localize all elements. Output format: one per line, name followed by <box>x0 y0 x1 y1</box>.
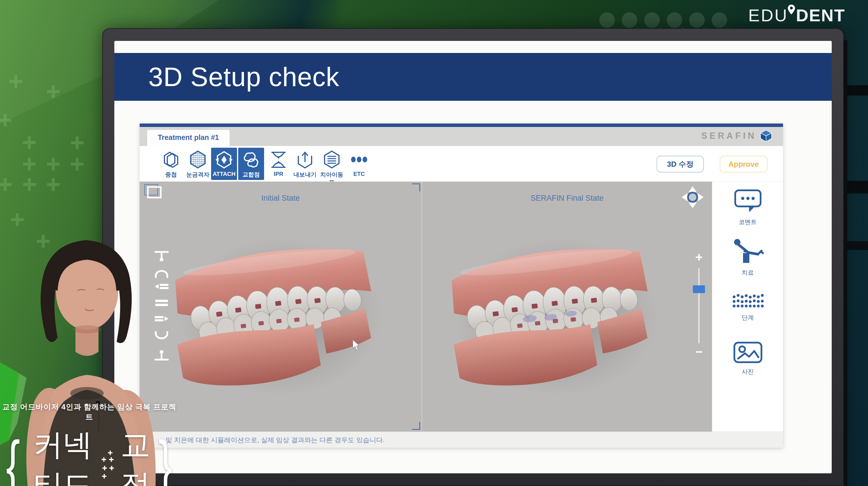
toolbar-label: ATTACH <box>211 171 237 177</box>
attach-icon <box>215 151 233 169</box>
toolbar-button-grid[interactable]: 눈금격자 <box>185 148 211 180</box>
toolbar-button-occlusion[interactable]: 교합점 <box>238 148 264 180</box>
sidebar-item-treatment[interactable]: 치료 <box>712 238 783 277</box>
app-footer: 및 치은에 대한 시뮬레이션으로, 실제 임상 결과와는 다른 경우도 있습니다… <box>140 431 783 448</box>
monitor: 3D Setup check Treatment plan #1 SERAFIN <box>102 28 844 486</box>
3d-viewer[interactable]: Initial State SERAFIN Final State <box>140 182 712 431</box>
tab-treatment-plan[interactable]: Treatment plan #1 <box>147 130 229 147</box>
sidebar-item-label: 치료 <box>712 269 783 277</box>
toolbar-button-tooth-movement[interactable]: 치아이동표 <box>319 148 345 180</box>
serafin-logo: SERAFIN <box>701 129 773 142</box>
toolbar-label: 내보내기 <box>292 171 318 179</box>
toolbar-button-attach[interactable]: ATTACH <box>211 148 237 180</box>
toolbar-button-etc[interactable]: ETC <box>346 148 372 180</box>
caption-title: { 커넥티드 교정 } <box>2 425 177 486</box>
disclaimer-text: 및 치은에 대한 시뮬레이션으로, 실제 임상 결과와는 다른 경우도 있습니다… <box>165 432 384 448</box>
pan-right-arrow-icon <box>698 193 704 201</box>
sidebar-item-photos[interactable]: 사진 <box>712 342 783 376</box>
toolbar-button-export[interactable]: 내보내기 <box>292 148 318 180</box>
viewport-divider <box>421 182 422 431</box>
viewport-corner-bracket <box>412 184 420 191</box>
caption-title-word1: 커넥티드 <box>25 425 100 486</box>
layout-toggle-button[interactable] <box>147 186 161 198</box>
title-plus-decoration <box>100 444 116 486</box>
photo-icon <box>734 342 762 363</box>
pan-up-arrow-icon <box>689 186 696 192</box>
caption-overlay: 교정 어드바이저 4인과 함께하는 임상 극복 프로젝트 { 커넥티드 교정 }… <box>2 402 177 486</box>
brace-close: } <box>158 434 173 486</box>
export-icon <box>296 151 314 169</box>
sidebar-item-label: 코멘트 <box>712 218 783 226</box>
slide-title: 3D Setup check <box>148 53 339 101</box>
grid-hexagon-icon <box>189 151 207 169</box>
zoom-slider-handle[interactable] <box>693 285 705 293</box>
zoom-slider-track[interactable] <box>699 268 700 344</box>
ipr-icon <box>270 151 287 169</box>
approve-button[interactable]: Approve <box>720 156 768 172</box>
zoom-in-button[interactable]: + <box>693 250 705 265</box>
sidebar-item-comment[interactable]: 코멘트 <box>712 189 783 226</box>
treatment-chair-icon <box>732 238 764 264</box>
initial-state-model[interactable] <box>166 234 381 394</box>
caption-tagline: 교정 어드바이저 4인과 함께하는 임상 극복 프로젝트 <box>2 402 177 422</box>
app-toolbar: 중첩 눈금격자 <box>140 146 783 182</box>
stages-dots-icon <box>731 293 765 309</box>
app-top-strip <box>140 124 783 127</box>
toolbar-label: 교합점 <box>238 171 264 179</box>
final-state-model[interactable] <box>443 234 658 394</box>
brace-open: { <box>6 434 20 486</box>
app-header: Treatment plan #1 SERAFIN <box>140 127 783 146</box>
pan-center-ring-icon <box>688 193 697 202</box>
toolbar-button-superimpose[interactable]: 중첩 <box>158 148 184 180</box>
sidebar-item-label: 단계 <box>712 314 783 322</box>
side-panel: 코멘트 치료 <box>712 182 783 431</box>
edudent-logo-dent: DENT <box>796 5 845 25</box>
pan-left-arrow-icon <box>682 193 687 201</box>
final-state-label: SERAFIN Final State <box>422 194 712 203</box>
pan-compass-control[interactable] <box>679 184 707 211</box>
viewport-corner-bracket <box>412 422 420 430</box>
edudent-logo-edu: EDU <box>748 5 788 25</box>
comment-icon <box>734 189 762 213</box>
occlusion-contacts-icon <box>242 151 260 169</box>
sidebar-item-stages[interactable]: 단계 <box>712 293 783 322</box>
toolbar-label: ETC <box>346 171 372 177</box>
caption-title-word2: 교정 <box>116 425 154 486</box>
app-main: Initial State SERAFIN Final State <box>140 182 783 431</box>
initial-state-label: Initial State <box>140 194 421 203</box>
toolbar-label: IPR <box>266 171 291 177</box>
slide-title-bar: 3D Setup check <box>114 53 832 101</box>
superimpose-hexagons-icon <box>162 151 180 169</box>
mouse-cursor <box>352 339 360 351</box>
sidebar-item-label: 사진 <box>712 368 783 376</box>
serafin-logo-text: SERAFIN <box>701 131 756 141</box>
video-frame: 3D Setup check Treatment plan #1 SERAFIN <box>0 0 868 486</box>
zoom-out-button[interactable]: − <box>693 345 705 359</box>
edit-3d-button[interactable]: 3D 수정 <box>657 156 704 172</box>
toolbar-button-ipr[interactable]: IPR <box>266 148 291 180</box>
ellipsis-icon <box>350 151 368 169</box>
edudent-logo: EDU DENT <box>748 5 845 25</box>
presentation-screen: 3D Setup check Treatment plan #1 SERAFIN <box>114 41 832 473</box>
tooth-movement-table-icon <box>323 151 341 169</box>
location-pin-icon <box>788 5 795 15</box>
toolbar-label: 눈금격자 <box>185 171 211 179</box>
toolbar-label: 중첩 <box>158 171 184 179</box>
serafin-app-window: Treatment plan #1 SERAFIN <box>140 124 783 448</box>
pan-down-arrow-icon <box>689 202 696 208</box>
serafin-cube-icon <box>760 129 773 142</box>
